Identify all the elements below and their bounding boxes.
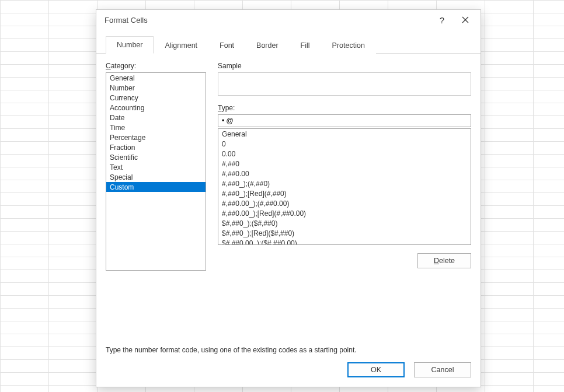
tabstrip: Number Alignment Font Border Fill Protec… <box>96 30 481 54</box>
category-item-fraction[interactable]: Fraction <box>106 142 206 152</box>
category-item-scientific[interactable]: Scientific <box>106 152 206 162</box>
format-code-item[interactable]: General <box>218 129 471 139</box>
category-item-number[interactable]: Number <box>106 83 206 93</box>
ok-button[interactable]: OK <box>347 362 405 377</box>
sample-label: Sample <box>218 62 471 70</box>
tab-alignment[interactable]: Alignment <box>154 37 208 54</box>
format-code-item[interactable]: #,##0.00_);(#,##0.00) <box>218 198 471 208</box>
format-code-item[interactable]: #,##0.00_);[Red](#,##0.00) <box>218 208 471 218</box>
close-icon <box>462 16 469 23</box>
category-item-special[interactable]: Special <box>106 172 206 182</box>
format-code-item[interactable]: $#,##0_);[Red]($#,##0) <box>218 228 471 238</box>
delete-row: Delete <box>218 253 471 268</box>
tab-fill[interactable]: Fill <box>290 37 321 54</box>
hint-text: Type the number format code, using one o… <box>96 335 481 354</box>
category-item-general[interactable]: General <box>106 73 206 83</box>
category-item-text[interactable]: Text <box>106 162 206 172</box>
category-item-custom[interactable]: Custom <box>106 182 206 192</box>
sample-box <box>218 72 471 96</box>
cancel-button[interactable]: Cancel <box>414 362 471 377</box>
category-column: Category: General Number Currency Accoun… <box>106 62 206 330</box>
format-code-list[interactable]: General 0 0.00 #,##0 #,##0.00 #,##0_);(#… <box>218 128 471 245</box>
dialog-titlebar: Format Cells ? <box>96 10 481 30</box>
format-code-item[interactable]: #,##0_);[Red](#,##0) <box>218 188 471 198</box>
format-code-item[interactable]: #,##0_);(#,##0) <box>218 178 471 188</box>
help-button[interactable]: ? <box>430 12 454 28</box>
category-item-date[interactable]: Date <box>106 113 206 123</box>
type-label: Type: <box>218 104 471 112</box>
category-item-currency[interactable]: Currency <box>106 93 206 103</box>
format-code-item[interactable]: 0.00 <box>218 149 471 159</box>
tab-border[interactable]: Border <box>245 37 290 54</box>
close-button[interactable] <box>454 12 477 28</box>
category-item-percentage[interactable]: Percentage <box>106 132 206 142</box>
format-code-item[interactable]: 0 <box>218 139 471 149</box>
format-code-item[interactable]: $#,##0.00_);($#,##0.00) <box>218 238 471 245</box>
dialog-content: Category: General Number Currency Accoun… <box>96 54 481 335</box>
dialog-button-row: OK Cancel <box>96 354 481 387</box>
category-item-accounting[interactable]: Accounting <box>106 103 206 113</box>
format-code-item[interactable]: #,##0.00 <box>218 169 471 178</box>
category-label: Category: <box>106 62 206 70</box>
dialog-title: Format Cells <box>105 16 148 24</box>
tab-protection[interactable]: Protection <box>321 37 376 54</box>
category-list[interactable]: General Number Currency Accounting Date … <box>106 72 206 271</box>
tab-number[interactable]: Number <box>106 36 154 54</box>
format-code-item[interactable]: $#,##0_);($#,##0) <box>218 218 471 228</box>
tab-font[interactable]: Font <box>208 37 245 54</box>
format-code-item[interactable]: #,##0 <box>218 159 471 169</box>
format-details-column: Sample Type: General 0 0.00 #,##0 #,##0.… <box>218 62 471 330</box>
delete-button[interactable]: Delete <box>417 253 471 268</box>
category-item-time[interactable]: Time <box>106 123 206 132</box>
format-cells-dialog: Format Cells ? Number Alignment Font Bor… <box>96 9 481 387</box>
type-input[interactable] <box>218 114 471 127</box>
